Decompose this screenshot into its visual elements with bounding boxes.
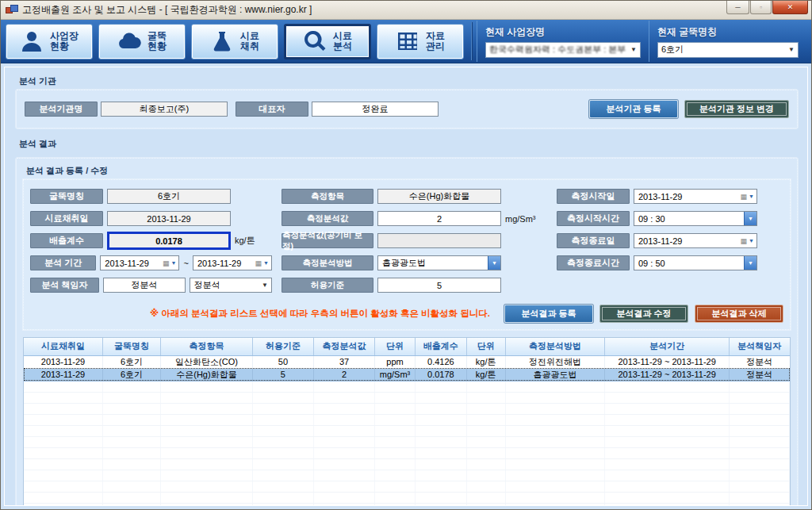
measure-start-time-select[interactable]: 09 : 30 ▼ [634,211,757,226]
stack-name-field: 6호기 [107,189,231,204]
chevron-down-icon: ▼ [749,238,754,243]
cell: 정전위전해법 [505,355,605,368]
calendar-icon: ▦ [741,193,748,201]
nav-label: 사업장 [50,30,79,41]
minimize-button[interactable]: ─ [726,1,749,14]
cell: 정분석 [729,355,789,368]
current-site-select[interactable]: 한국수력원자력 : 수도권본부 : 본부 ▼ [485,42,641,58]
agency-name-field: 최종보고(주) [101,102,228,117]
search-icon [303,29,327,53]
measure-method-label: 측정분석방법 [282,255,373,270]
sampling-date-label: 시료채취일 [30,211,103,226]
analysis-period-start-value: 2013-11-29 [105,259,148,268]
cell: 5 [252,368,313,381]
col-unit2: 단위 [466,338,505,355]
col-sampling-date: 시료채취일 [24,338,102,355]
analysis-period-start-picker[interactable]: 2013-11-29 ▦▼ [100,255,179,270]
col-limit: 허용기준 [252,338,313,355]
nav-button-analysis[interactable]: 시료분석 [284,24,371,59]
measure-value-input[interactable]: 2 [377,211,501,226]
measure-method-select[interactable]: 흡광광도법 ▼ [377,255,501,270]
col-measure-item: 측정항목 [161,338,253,355]
limit-label: 허용기준 [282,278,373,293]
measure-end-date-label: 측정종료일 [557,233,630,248]
agency-change-button[interactable]: 분석기관 정보 변경 [684,100,789,118]
analysis-manager-selected: 정분석 [194,279,220,291]
chevron-down-icon: ▼ [749,194,754,199]
cell: kg/톤 [466,355,505,368]
measure-method-selected: 흡광광도법 [382,257,426,269]
measure-start-date-picker[interactable]: 2013-11-29 ▦▼ [634,189,757,204]
measure-end-date-picker[interactable]: 2013-11-29 ▦▼ [634,233,757,248]
nav-label: 현황 [50,40,69,52]
results-table: 시료채취일 굴뚝명칭 측정항목 허용기준 측정분석값 단위 배출계수 단위 측정… [23,337,791,506]
results-table-empty [24,381,790,506]
table-row[interactable]: 2013-11-29 6호기 일산화탄소(CO) 50 37 ppm 0.412… [24,355,790,368]
user-icon [20,29,44,53]
chevron-down-icon: ▼ [744,212,756,225]
analysis-period-end-picker[interactable]: 2013-11-29 ▦▼ [193,255,272,270]
result-modify-button[interactable]: 분석결과 수정 [599,305,688,323]
form-middle-column: 측정항목 수은(Hg)화합물 측정분석값 2 mg/Sm³ 측정분석값(공기비 … [282,188,547,293]
nav-label: 현황 [147,40,167,52]
calendar-icon: ▦ [163,259,170,267]
agency-section-title: 분석 기관 [19,75,798,87]
cell: 정분석 [729,368,789,381]
form-left-column: 굴뚝명칭 6호기 시료채취일 2013-11-29 배출계수 0.0178 kg… [30,188,272,293]
form-right-column: 측정시작일 2013-11-29 ▦▼ 측정시작시간 09 : 30 ▼ [557,188,795,293]
nav-label: 자료 [426,30,445,41]
cell: 2 [313,368,374,381]
current-stack-label: 현재 굴뚝명칭 [657,25,799,39]
flask-icon [210,29,234,53]
agency-rep-field: 정완료 [312,102,439,117]
results-edit-group: 굴뚝명칭 6호기 시료채취일 2013-11-29 배출계수 0.0178 kg… [23,179,791,330]
measure-end-time-select[interactable]: 09 : 50 ▼ [634,255,757,270]
measure-value-unit: mg/Sm³ [505,214,536,224]
grid-icon [396,29,419,53]
current-site-label: 현재 사업장명 [485,25,641,39]
result-delete-button[interactable]: 분석결과 삭제 [695,305,783,323]
main-panel: 분석 기관 분석기관명 최종보고(주) 대표자 정완료 분석기관 등록 분석기관… [4,67,808,506]
measure-end-date-value: 2013-11-29 [638,236,682,246]
nav-button-sampling[interactable]: 시료채취 [191,24,278,59]
table-row-selected[interactable]: 2013-11-29 6호기 수은(Hg)화합물 5 2 mg/Sm³ 0.01… [24,368,790,381]
results-section: 분석 결과 등록 / 수정 굴뚝명칭 6호기 시료채취일 2013-11-29 [16,158,798,506]
agency-register-button[interactable]: 분석기관 등록 [589,100,678,118]
chevron-down-icon: ▼ [744,256,756,270]
cell: 50 [252,355,313,368]
analysis-manager-input[interactable]: 정분석 [103,278,186,293]
nav-label: 시료 [240,30,259,41]
main-toolbar: 사업장현황 굴뚝현황 시료채취 시료분석 자료관리 [1,20,811,63]
emission-factor-input[interactable]: 0.0178 [107,232,231,250]
col-measure-value: 측정분석값 [313,338,374,355]
nav-label: 분석 [333,40,352,52]
nav-button-data-management[interactable]: 자료관리 [377,24,464,59]
cell: mg/Sm³ [375,368,416,381]
cell: 흡광광도법 [505,368,605,381]
current-stack-group: 현재 굴뚝명칭 6호기 ▼ [649,21,806,62]
list-selection-notice: ※ 아래의 분석결과 리스트 선택에 따라 우측의 버튼이 활성화 혹은 비활성… [150,308,490,320]
calendar-icon: ▦ [741,237,748,245]
chevron-down-icon: ▼ [488,256,500,270]
nav-label: 시료 [333,30,352,41]
toolbar-separator [471,22,472,60]
measure-start-date-label: 측정시작일 [557,189,630,204]
measure-start-time-value: 09 : 30 [638,214,665,224]
measure-end-time-value: 09 : 50 [638,259,665,268]
close-button[interactable]: ✕ [772,1,808,14]
cell: 37 [313,355,374,368]
stack-name-label: 굴뚝명칭 [30,189,103,204]
analysis-manager-select[interactable]: 정분석 ▼ [190,278,272,293]
measure-end-time-label: 측정종료시간 [557,255,630,270]
nav-button-stack-status[interactable]: 굴뚝현황 [98,24,186,59]
current-stack-value: 6호기 [661,44,684,56]
measure-item-label: 측정항목 [282,189,373,204]
result-register-button[interactable]: 분석결과 등록 [504,305,593,323]
cell: 0.4126 [415,355,466,368]
title-bar: 고정배출원 조사 및 보고 시스템 - [ 국립환경과학원 : www.nier… [1,1,811,20]
nav-button-business-status[interactable]: 사업장현황 [6,24,93,59]
limit-input[interactable]: 5 [377,278,501,293]
current-stack-select[interactable]: 6호기 ▼ [657,42,799,58]
chevron-down-icon: ▼ [788,46,795,53]
analysis-manager-label: 분석 책임자 [30,278,99,293]
